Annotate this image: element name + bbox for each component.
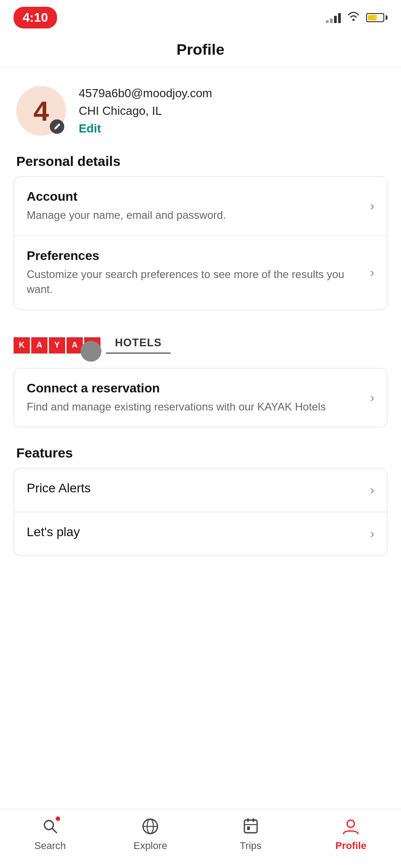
edit-avatar-button[interactable]: [50, 119, 64, 134]
wifi-icon: [346, 11, 361, 25]
personal-details-title: Personal details: [0, 149, 401, 176]
avatar-number: 4: [33, 95, 49, 127]
user-email: 4579a6b0@moodjoy.com: [79, 86, 212, 100]
explore-nav-label: Explore: [134, 840, 167, 852]
provider-section: K A Y A K HOTELS: [0, 324, 401, 354]
account-desc: Manage your name, email and password.: [27, 208, 361, 223]
preferences-item[interactable]: Preferences Customize your search prefer…: [14, 236, 387, 310]
svg-rect-8: [253, 818, 254, 822]
preferences-chevron: ›: [370, 265, 374, 280]
hotels-tab[interactable]: HOTELS: [106, 333, 171, 354]
preferences-title: Preferences: [27, 249, 361, 263]
status-icons: ⚡: [326, 11, 387, 25]
trips-nav-label: Trips: [240, 840, 262, 852]
kayak-letter-k1: K: [14, 337, 30, 354]
features-title: Features: [0, 441, 401, 468]
status-time: 4:10: [14, 7, 57, 28]
nav-search[interactable]: Search: [23, 816, 77, 852]
provider-header: K A Y A K HOTELS: [14, 333, 387, 354]
price-alerts-title: Price Alerts: [27, 481, 361, 495]
connect-desc: Find and manage existing reservations wi…: [27, 399, 361, 415]
lets-play-item[interactable]: Let's play ›: [14, 512, 387, 556]
account-title: Account: [27, 189, 361, 204]
signal-icon: [326, 12, 341, 23]
svg-rect-6: [244, 820, 257, 833]
search-nav-label: Search: [34, 840, 66, 852]
explore-nav-icon: [139, 816, 161, 837]
bottom-nav: Search Explore Trips: [0, 809, 401, 868]
user-info: 4579a6b0@moodjoy.com CHI Chicago, IL Edi…: [79, 86, 212, 136]
avatar-wrapper: 4: [16, 86, 66, 136]
user-location: CHI Chicago, IL: [79, 104, 212, 118]
svg-point-0: [353, 19, 355, 21]
lets-play-chevron: ›: [370, 527, 374, 541]
svg-line-2: [52, 829, 57, 833]
connect-reservation-card: Connect a reservation Find and manage ex…: [14, 368, 387, 428]
battery-icon: ⚡: [366, 13, 387, 22]
kayak-letter-y: Y: [49, 337, 65, 354]
status-bar: 4:10 ⚡: [0, 0, 401, 32]
profile-nav-label: Profile: [335, 840, 366, 852]
preferences-desc: Customize your search preferences to see…: [27, 267, 361, 297]
page-header: Profile: [0, 32, 401, 68]
svg-point-11: [347, 820, 354, 827]
svg-rect-7: [247, 818, 249, 822]
features-card: Price Alerts › Let's play ›: [14, 468, 387, 556]
svg-rect-10: [247, 826, 250, 830]
nav-trips[interactable]: Trips: [224, 816, 278, 852]
trips-nav-icon: [240, 816, 262, 837]
personal-details-card: Account Manage your name, email and pass…: [14, 176, 387, 310]
tab-indicator: [81, 341, 101, 362]
nav-profile[interactable]: Profile: [324, 816, 378, 852]
price-alerts-chevron: ›: [370, 483, 374, 497]
edit-link[interactable]: Edit: [79, 122, 212, 136]
lets-play-title: Let's play: [27, 525, 361, 539]
page-title: Profile: [0, 41, 401, 58]
search-notification-dot: [55, 816, 61, 822]
search-nav-icon: [39, 816, 61, 837]
connect-chevron: ›: [370, 391, 374, 405]
kayak-letter-a1: A: [31, 337, 48, 354]
connect-title: Connect a reservation: [27, 381, 361, 396]
user-section: 4 4579a6b0@moodjoy.com CHI Chicago, IL E…: [0, 68, 401, 149]
profile-nav-icon: [340, 816, 362, 837]
price-alerts-item[interactable]: Price Alerts ›: [14, 468, 387, 512]
account-item[interactable]: Account Manage your name, email and pass…: [14, 177, 387, 236]
nav-explore[interactable]: Explore: [123, 816, 177, 852]
connect-reservation-item[interactable]: Connect a reservation Find and manage ex…: [14, 368, 387, 427]
account-chevron: ›: [370, 199, 374, 213]
